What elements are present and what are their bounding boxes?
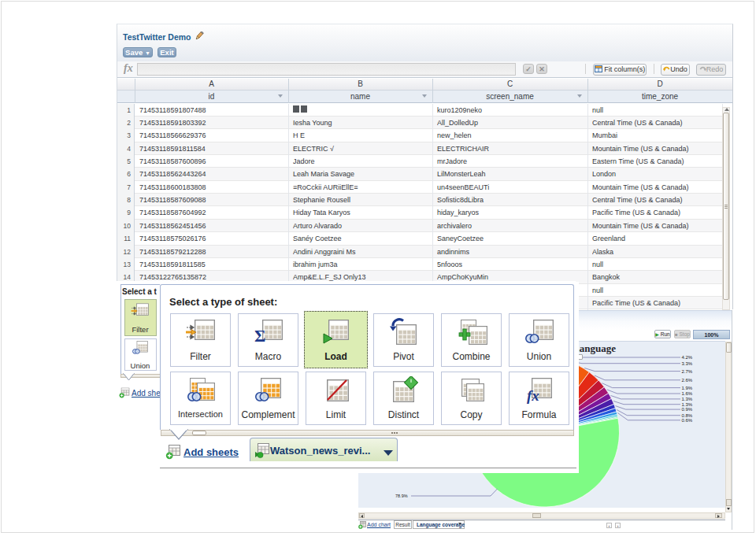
svg-text:1.9%: 1.9% [682, 386, 693, 390]
svg-text:fx: fx [527, 387, 539, 404]
svg-text:0.6%: 0.6% [682, 418, 693, 423]
svg-text:1.3%: 1.3% [682, 397, 693, 401]
svg-text:0.8%: 0.8% [682, 413, 693, 418]
svg-text:2.6%: 2.6% [682, 378, 693, 383]
svg-text:1.3%: 1.3% [682, 402, 693, 407]
svg-text:1.6%: 1.6% [682, 391, 693, 396]
svg-text:78.9%: 78.9% [395, 494, 408, 498]
svg-text:0.9%: 0.9% [682, 407, 693, 412]
svg-text:Σ: Σ [254, 326, 265, 346]
svg-text:3.3%: 3.3% [682, 361, 693, 366]
svg-text:2.7%: 2.7% [682, 369, 693, 374]
svg-text:4.2%: 4.2% [682, 355, 693, 360]
